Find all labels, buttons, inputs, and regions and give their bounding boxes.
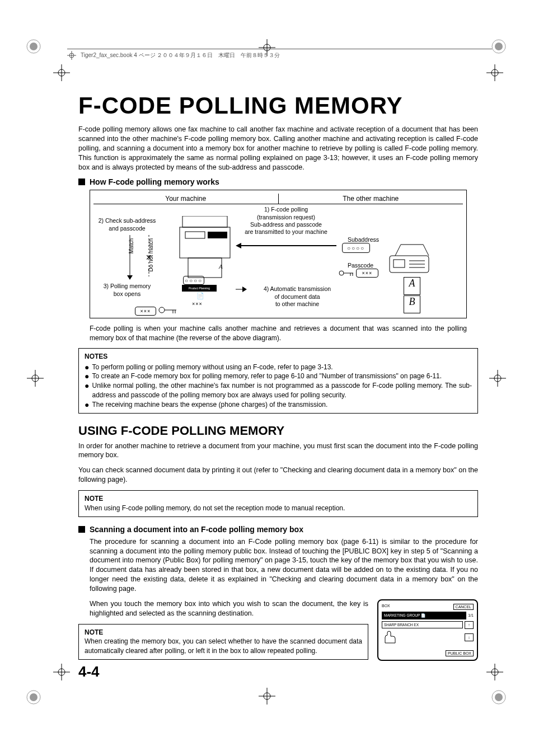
document-a-icon: A — [404, 277, 420, 295]
page-content: F-CODE POLLING MEMORY F-code polling mem… — [78, 92, 478, 661]
lcd-down-arrow[interactable]: ↓ — [465, 633, 474, 641]
lcd-box-label: BOX — [382, 604, 390, 610]
crop-header: Tiger2_fax_sec.book 4 ページ ２００４年９月１６日 木曜日… — [67, 49, 492, 60]
lcd-public-box-button[interactable]: PUBLIC BOX — [446, 650, 474, 656]
printer-icon — [174, 216, 236, 283]
arrow-left-icon — [236, 242, 336, 250]
key-icon — [339, 269, 354, 278]
lcd-memory-box-key[interactable]: SHARP BRANCH EX — [382, 621, 463, 628]
diagram-subaddr-value: ○○○○ — [342, 243, 370, 253]
svg-marker-51 — [242, 287, 247, 292]
svg-rect-41 — [188, 258, 222, 278]
square-bullet-icon — [78, 179, 85, 185]
note-item: To create an F-code memory box for polli… — [92, 372, 442, 381]
section2-p1: In order for another machine to retrieve… — [78, 442, 478, 461]
svg-point-7 — [495, 693, 503, 701]
diagram-product-label: Product Planning — [182, 285, 217, 292]
crosshair-icon — [27, 370, 44, 387]
svg-text:✕: ✕ — [146, 253, 152, 262]
registration-mark-icon — [25, 38, 42, 55]
svg-rect-40 — [182, 216, 227, 227]
crosshair-icon — [486, 64, 503, 81]
svg-marker-49 — [236, 243, 241, 248]
svg-rect-57 — [394, 260, 405, 267]
document-a-small: A — [219, 263, 223, 270]
key-icon — [158, 305, 178, 315]
note-title: NOTE — [85, 628, 362, 637]
section3-p2: When you touch the memory box into which… — [90, 599, 368, 618]
svg-point-44 — [159, 307, 165, 313]
crosshair-icon — [259, 688, 275, 705]
crosshair-icon — [53, 664, 70, 680]
lcd-page-indicator: 1/1 — [468, 613, 474, 617]
arrow-right-icon — [236, 285, 247, 293]
intro-paragraph: F-code polling memory allows one fax mac… — [78, 125, 478, 172]
polling-diagram: Your machine The other machine 1) F-code… — [90, 190, 467, 318]
arrow-down-icon — [126, 235, 134, 280]
lcd-cancel-button[interactable]: CANCEL — [453, 604, 474, 610]
diagram-step1: 1) F-code polling (transmission request)… — [236, 206, 336, 236]
registration-mark-icon — [490, 689, 507, 706]
section2-p2: You can check scanned document data by p… — [78, 466, 478, 485]
square-bullet-icon — [78, 526, 85, 533]
crosshair-icon — [53, 64, 70, 81]
svg-marker-36 — [127, 275, 133, 280]
lcd-screen: BOX CANCEL MARKETING GROUP 📄 1/1 SHARP B… — [377, 599, 478, 661]
page-title: F-CODE POLLING MEMORY — [78, 92, 478, 119]
section3-p1: The procedure for scanning a document in… — [90, 537, 478, 594]
svg-rect-43 — [185, 232, 205, 238]
note-box-2: NOTE When using F-code polling memory, d… — [78, 490, 478, 517]
note-item: The receiving machine bears the expense … — [92, 400, 327, 410]
document-icon: 📄 — [196, 292, 204, 299]
note-text: When creating the memory box, you can se… — [85, 637, 362, 656]
note-title: NOTE — [85, 494, 472, 504]
section-heading-how-it-works: How F-code polling memory works — [78, 177, 478, 186]
lcd-up-arrow[interactable]: ↑ — [465, 621, 474, 629]
svg-point-52 — [339, 271, 344, 275]
document-b-icon: B — [404, 295, 420, 313]
notes-title: NOTES — [85, 352, 472, 361]
note-item: To perform polling or polling memory wit… — [92, 363, 332, 372]
note-text: When using F-code polling memory, do not… — [85, 504, 472, 513]
registration-mark-icon — [25, 689, 42, 706]
section-heading-using: USING F-CODE POLLING MEMORY — [78, 424, 478, 438]
svg-point-1 — [30, 43, 38, 50]
page-number: 4-4 — [78, 663, 100, 680]
svg-rect-42 — [208, 232, 227, 238]
manual-page: Tiger2_fax_sec.book 4 ページ ２００４年９月１６日 木曜日… — [0, 0, 534, 756]
svg-point-5 — [30, 693, 38, 701]
svg-point-3 — [495, 43, 503, 50]
lcd-memory-box-key[interactable]: MARKETING GROUP 📄 — [382, 612, 466, 619]
diagram-step4: 4) Automatic transmission of document da… — [250, 285, 345, 307]
diagram-step2: 2) Check sub-address and passcode — [93, 217, 161, 232]
diagram-caption: F-code polling is when your machine call… — [90, 324, 467, 342]
note-item: Unlike normal polling, the other machine… — [92, 381, 472, 400]
diagram-header-right: The other machine — [279, 194, 463, 204]
diagram-subaddr-box: ○○○○ — [183, 276, 204, 285]
crop-info-text: Tiger2_fax_sec.book 4 ページ ２００４年９月１６日 木曜日… — [81, 51, 280, 59]
crosshair-icon — [486, 664, 503, 680]
note-box-3: NOTE When creating the memory box, you c… — [78, 624, 368, 660]
arrow-dashed-icon: ✕ — [145, 235, 153, 280]
crosshair-icon — [489, 370, 506, 387]
fax-machine-icon — [387, 242, 432, 275]
hand-pointer-icon — [382, 631, 399, 644]
diagram-passcode-value: ××× — [356, 269, 378, 278]
diagram-xxx-box: ××× — [135, 307, 156, 316]
registration-mark-icon — [490, 38, 507, 55]
crosshair-icon — [67, 51, 76, 60]
diagram-step3: 3) Polling memory box opens — [93, 283, 161, 297]
section-heading-scanning: Scanning a document into an F-code polli… — [78, 525, 478, 534]
notes-box-1: NOTES ●To perform polling or polling mem… — [78, 348, 478, 414]
diagram-header-left: Your machine — [93, 194, 279, 204]
diagram-passcode-xxx: ××× — [192, 301, 203, 307]
